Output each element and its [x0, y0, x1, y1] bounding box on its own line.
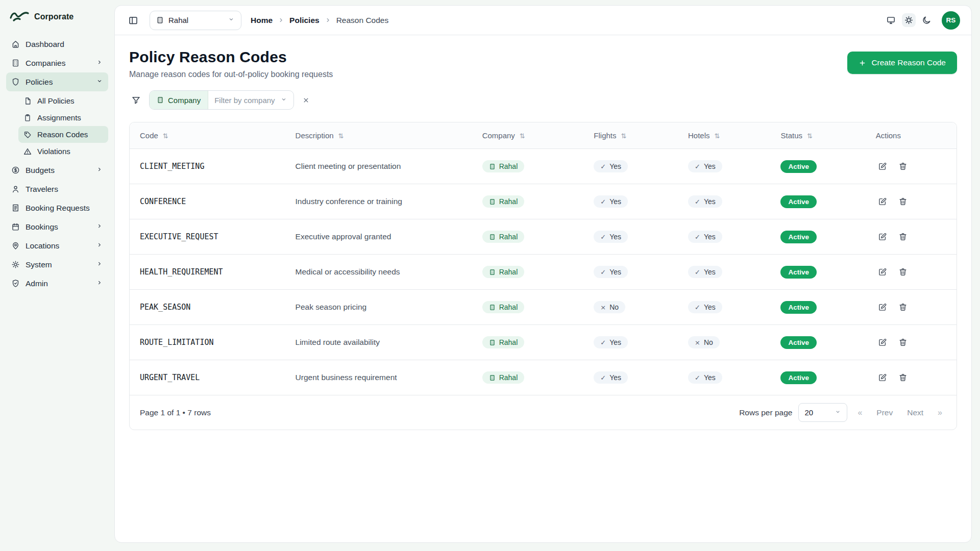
sidebar-item-companies[interactable]: Companies — [6, 54, 108, 72]
edit-button[interactable] — [876, 300, 889, 314]
edit-button[interactable] — [876, 230, 889, 243]
delete-button[interactable] — [896, 336, 910, 349]
flights-check-icon: ✓ — [600, 339, 606, 346]
column-header-hotels[interactable]: Hotels⇅ — [678, 122, 770, 149]
table-row: ROUTE_LIMITATION Limited route availabil… — [130, 325, 957, 360]
rows-per-page-label: Rows per page — [739, 408, 792, 417]
delete-button[interactable] — [896, 265, 910, 279]
flights-check-icon: ✓ — [600, 163, 606, 170]
delete-button[interactable] — [896, 230, 910, 243]
avatar[interactable]: RS — [942, 11, 960, 30]
building-icon — [489, 234, 496, 240]
filter-button[interactable] — [129, 93, 143, 107]
edit-button[interactable] — [876, 336, 889, 349]
sort-icon: ⇅ — [163, 132, 168, 140]
sidebar-item-locations[interactable]: Locations — [6, 236, 108, 255]
delete-button[interactable] — [896, 195, 910, 208]
sidebar-item-violations[interactable]: Violations — [18, 143, 108, 160]
flights-check-icon: ✓ — [600, 233, 606, 241]
sidebar-toggle-button[interactable] — [126, 13, 140, 28]
building-icon — [489, 198, 496, 205]
edit-button[interactable] — [876, 195, 889, 208]
edit-icon — [878, 373, 887, 382]
status-badge: Active — [780, 195, 817, 208]
status-badge: Active — [780, 371, 817, 384]
panel-left-icon — [128, 15, 138, 26]
flights-check-icon: ✓ — [600, 268, 606, 276]
sidebar-nav: Dashboard Companies Policies All Policie… — [6, 35, 108, 293]
prev-page-button[interactable]: Prev — [872, 405, 897, 420]
company-pill: Rahal — [482, 301, 525, 313]
trash-icon — [898, 197, 908, 206]
next-page-button[interactable]: Next — [903, 405, 927, 420]
sidebar-item-all-policies[interactable]: All Policies — [18, 92, 108, 109]
status-badge: Active — [780, 301, 817, 314]
gear-icon — [11, 260, 20, 269]
user-icon — [11, 185, 20, 193]
table-row: PEAK_SEASON Peak season pricing Rahal × … — [130, 290, 957, 325]
column-header-description[interactable]: Description⇅ — [285, 122, 472, 149]
first-page-button[interactable]: « — [853, 405, 866, 420]
hotels-check-icon: ✓ — [695, 233, 700, 241]
chevron-right-icon — [96, 222, 103, 232]
hotels-check-icon: ✓ — [695, 304, 700, 311]
column-header-status[interactable]: Status⇅ — [770, 122, 865, 149]
edit-button[interactable] — [876, 265, 889, 279]
trash-icon — [898, 162, 908, 171]
sidebar-item-bookings[interactable]: Bookings — [6, 217, 108, 236]
page-content: Policy Reason Codes Manage reason codes … — [115, 35, 971, 542]
sidebar-item-admin[interactable]: Admin — [6, 274, 108, 293]
system-theme-button[interactable] — [884, 13, 898, 27]
create-reason-code-button[interactable]: Create Reason Code — [847, 52, 957, 74]
logo-icon — [9, 9, 30, 24]
hotels-check-icon: × — [695, 339, 700, 346]
sidebar-item-booking-requests[interactable]: Booking Requests — [6, 198, 108, 217]
company-selector-value: Rahal — [168, 16, 188, 24]
status-badge: Active — [780, 160, 817, 173]
edit-button[interactable] — [876, 371, 889, 384]
company-filter-dropdown[interactable]: Filter by company — [208, 91, 293, 109]
hotels-pill: ✓ Yes — [688, 266, 722, 278]
light-theme-button[interactable] — [902, 13, 916, 27]
table-row: URGENT_TRAVEL Urgent business requiremen… — [130, 360, 957, 395]
trash-icon — [898, 267, 908, 277]
column-header-flights[interactable]: Flights⇅ — [583, 122, 678, 149]
reason-description: Executive approval granted — [296, 232, 391, 241]
topbar-right: RS — [884, 11, 960, 30]
trash-icon — [898, 303, 908, 312]
sidebar-item-travelers[interactable]: Travelers — [6, 180, 108, 198]
chevron-down-icon — [280, 96, 287, 105]
company-filter: Company Filter by company — [149, 90, 294, 110]
clear-filter-button[interactable] — [300, 94, 312, 106]
delete-button[interactable] — [896, 160, 910, 173]
alert-triangle-icon — [23, 147, 32, 156]
column-header-company[interactable]: Company⇅ — [472, 122, 584, 149]
last-page-button[interactable]: » — [934, 405, 946, 420]
breadcrumb-policies[interactable]: Policies — [289, 16, 320, 25]
edit-icon — [878, 267, 887, 277]
delete-button[interactable] — [896, 371, 910, 384]
building-icon — [11, 59, 20, 67]
sidebar-item-assignments[interactable]: Assignments — [18, 109, 108, 126]
hotels-check-icon: ✓ — [695, 268, 700, 276]
dark-theme-button[interactable] — [920, 13, 934, 27]
delete-button[interactable] — [896, 300, 910, 314]
edit-button[interactable] — [876, 160, 889, 173]
sidebar-item-budgets[interactable]: Budgets — [6, 161, 108, 180]
hotels-pill: × No — [688, 336, 720, 348]
flights-pill: ✓ Yes — [594, 195, 628, 208]
sidebar-item-dashboard[interactable]: Dashboard — [6, 35, 108, 54]
sidebar-item-policies[interactable]: Policies — [6, 72, 108, 91]
status-badge: Active — [780, 336, 817, 349]
sidebar-item-system[interactable]: System — [6, 255, 108, 274]
breadcrumb-home[interactable]: Home — [251, 16, 273, 25]
company-selector[interactable]: Rahal — [150, 11, 241, 30]
chevron-right-icon — [96, 166, 103, 175]
column-header-code[interactable]: Code⇅ — [130, 122, 285, 149]
dollar-icon — [11, 166, 20, 174]
page-subtitle: Manage reason codes for out-of-policy bo… — [129, 70, 333, 79]
chevron-right-icon — [96, 241, 103, 251]
sidebar-item-reason-codes[interactable]: Reason Codes — [18, 126, 108, 143]
rows-per-page-select[interactable]: 20 — [798, 403, 847, 422]
sun-icon — [904, 15, 914, 25]
